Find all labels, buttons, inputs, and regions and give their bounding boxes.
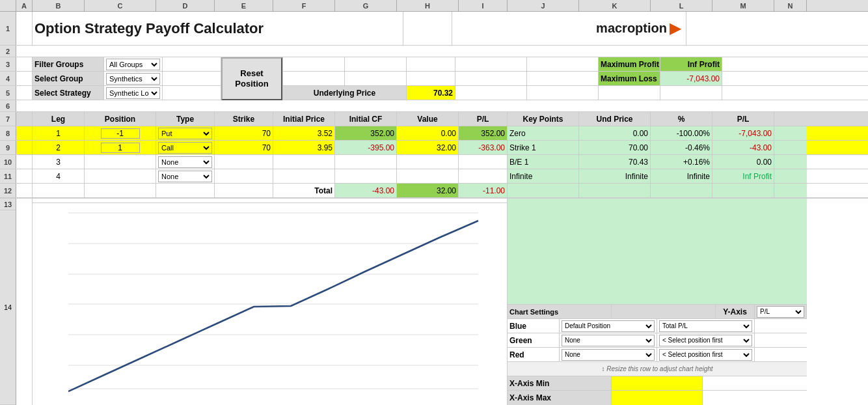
cell-11a (16, 169, 33, 183)
leg2-value: 32.00 (397, 141, 459, 154)
green-right-select[interactable]: < Select position first (659, 335, 752, 346)
leg1-position[interactable] (85, 126, 156, 140)
leg2-position[interactable] (85, 141, 156, 154)
blue-row: Blue Default Position Total P/L (508, 319, 807, 333)
leg4-position[interactable] (85, 169, 156, 183)
blue-label: Blue (508, 319, 560, 333)
blue-value-dropdown[interactable]: Default Position (560, 319, 657, 333)
max-loss-label-cell: Maximum Loss (599, 72, 660, 85)
svg-text:75: 75 (324, 395, 332, 395)
select-strategy-select[interactable]: Synthetic Long Stock (106, 87, 160, 99)
leg2-strike: 70 (215, 141, 273, 154)
cell-4i (407, 72, 455, 85)
underlying-price-value[interactable]: 70.32 (407, 86, 455, 100)
leg1-initial-price: 3.52 (273, 126, 335, 140)
col-header-k: K (579, 0, 651, 11)
green-row: Green None < Select position first (508, 333, 807, 348)
cell-12e (215, 184, 273, 197)
col-header-h: H (397, 0, 459, 11)
filter-groups-label: Filter Groups (33, 57, 104, 71)
leg-header-type: Type (156, 112, 215, 126)
y-axis-select[interactable]: P/L (757, 306, 804, 318)
chart-area: 1500 1000 500 0 -500 -1000 -1500 57.5 (33, 203, 507, 405)
filter-groups-dropdown-cell[interactable]: All Groups (104, 57, 163, 71)
leg4-pl (459, 169, 508, 183)
reset-position-button[interactable]: ResetPosition (221, 57, 282, 100)
row-num-12: 12 (0, 184, 16, 197)
leg3-initial-price (273, 155, 335, 169)
row-num-8: 8 (0, 126, 16, 140)
leg4-num: 4 (33, 169, 85, 183)
row-num-1: 1 (0, 12, 16, 45)
leg2-pl: -363.00 (459, 141, 508, 154)
select-group-dropdown[interactable]: Synthetics (104, 72, 163, 85)
cell-12c (85, 184, 156, 197)
select-group-select[interactable]: Synthetics (106, 73, 160, 85)
leg4-initial-cf (335, 169, 397, 183)
x-axis-max-input[interactable] (614, 394, 700, 402)
x-axis-min-input[interactable] (614, 380, 700, 387)
red-select[interactable]: None (562, 349, 655, 361)
resize-text: ↕ Resize this row to adjust chart height (601, 365, 712, 372)
kp-row1-und: 0.00 (579, 126, 651, 140)
underlying-price-label: Underlying Price (283, 86, 407, 100)
row-num-13: 13 (0, 199, 16, 210)
cell-11n (774, 169, 807, 183)
max-profit-value-cell: Inf Profit (660, 57, 722, 71)
leg3-type[interactable]: None (156, 155, 215, 169)
green-select[interactable]: None (562, 335, 655, 346)
col-header-n: N (774, 0, 807, 11)
green-right-dropdown[interactable]: < Select position first (657, 333, 755, 347)
col-header-m: M (712, 0, 774, 11)
col-header-d: D (156, 0, 215, 11)
leg1-type[interactable]: Put (156, 126, 215, 140)
svg-text:57.5: 57.5 (68, 395, 75, 395)
kp-header-pl: P/L (712, 112, 774, 126)
red-label: Red (508, 348, 560, 361)
cell-10a (16, 155, 33, 169)
resize-row[interactable]: ↕ Resize this row to adjust chart height (508, 362, 807, 376)
leg3-type-select[interactable]: None (158, 156, 212, 168)
cell-12b (33, 184, 85, 197)
blue-select[interactable]: Default Position (562, 320, 655, 332)
blue-right-select[interactable]: Total P/L (659, 320, 752, 332)
red-value-dropdown[interactable]: None (560, 348, 657, 361)
max-profit-label-cell: Maximum Profit (599, 57, 660, 71)
reset-position-cell[interactable]: ResetPosition (221, 57, 283, 100)
leg2-type[interactable]: Call (156, 141, 215, 154)
select-group-label: Select Group (33, 72, 104, 85)
leg4-type-select[interactable]: None (158, 171, 212, 182)
total-label: Total (273, 184, 335, 197)
kp-row4-und: Infinite (579, 169, 651, 183)
svg-text:82.5: 82.5 (433, 395, 446, 395)
x-axis-max-value[interactable] (612, 391, 703, 405)
x-axis-min-value[interactable] (612, 376, 703, 390)
total-initial-cf: -43.00 (335, 184, 397, 197)
red-right-select[interactable]: < Select position first (659, 349, 752, 361)
logo-icon: ▶ (670, 20, 681, 37)
kp-row2-pct: -0.46% (651, 141, 712, 154)
y-axis-dropdown[interactable]: P/L (755, 305, 807, 318)
filter-groups-select[interactable]: All Groups (106, 59, 160, 70)
cell-5n (722, 86, 755, 100)
leg3-position[interactable] (85, 155, 156, 169)
leg3-pl (459, 155, 508, 169)
red-right-dropdown[interactable]: < Select position first (657, 348, 755, 361)
leg4-type[interactable]: None (156, 169, 215, 183)
leg3-strike (215, 155, 273, 169)
chart-row13 (33, 199, 507, 203)
green-value-dropdown[interactable]: None (560, 333, 657, 347)
col-header-f: F (273, 0, 335, 11)
blue-right-dropdown[interactable]: Total P/L (657, 319, 755, 333)
cell-4a (16, 72, 33, 85)
select-strategy-dropdown[interactable]: Synthetic Long Stock (104, 86, 163, 100)
leg1-type-select[interactable]: Put (158, 128, 212, 139)
cell-8n (774, 126, 807, 140)
cell-1j (403, 12, 452, 45)
chart-col-a (16, 199, 33, 405)
leg-header-initial-price: Initial Price (273, 112, 335, 126)
kp-row3-pct: +0.16% (651, 155, 712, 169)
blue-extra (755, 319, 807, 333)
svg-text:77.5: 77.5 (359, 395, 372, 395)
leg2-type-select[interactable]: Call (158, 142, 212, 154)
